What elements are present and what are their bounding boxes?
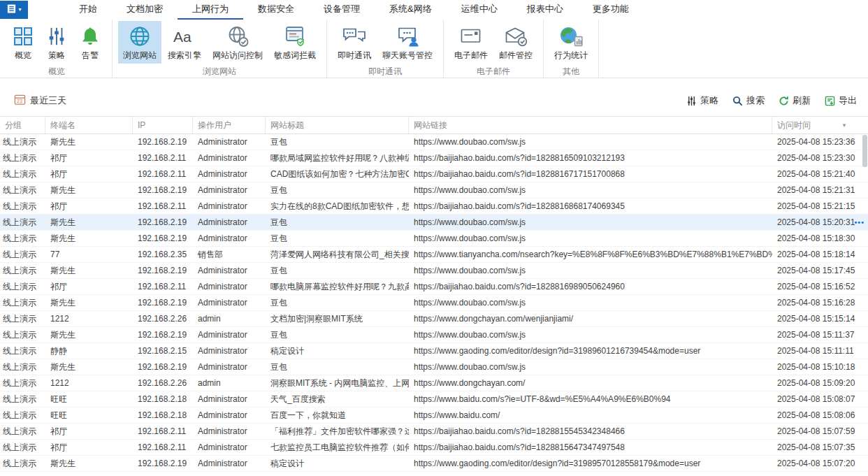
menu-item-3[interactable]: 上网行为 [178, 0, 243, 20]
table-row[interactable]: 线上演示祁厅192.168.2.11Administrator「福利推荐」文件加… [0, 424, 868, 440]
cell: 线上演示 [0, 327, 45, 342]
table-row[interactable]: 线上演示斯先生192.168.2.19Administrator豆包https:… [0, 134, 868, 150]
cell: 斯先生 [45, 359, 133, 375]
ribbon-button-globe-stats[interactable]: 行为统计 [549, 21, 593, 64]
table-row[interactable]: 线上演示斯先生192.168.2.19Administrator稿定设计http… [0, 456, 868, 472]
table-row[interactable]: 线上演示斯先生192.168.2.19Administrator豆包https:… [0, 359, 868, 375]
column-header-6[interactable]: 网站链接 [409, 117, 772, 134]
vertical-scrollbar[interactable] [862, 135, 867, 470]
table-row[interactable]: 线上演示祁厅192.168.2.11Administrator七款监控员工电脑监… [0, 440, 868, 456]
menu-item-4[interactable]: 数据安全 [243, 0, 309, 20]
cell: 旺旺 [45, 408, 133, 423]
cell: 线上演示 [0, 247, 45, 262]
cell: 豆包 [266, 359, 409, 375]
table-row[interactable]: 线上演示斯先生192.168.2.19Administrator豆包https:… [0, 327, 868, 343]
table-row[interactable]: 线上演示静静192.168.2.15Administrator稿定设计https… [0, 343, 868, 359]
action-label: 导出 [839, 94, 857, 107]
cell: 豆包 [266, 134, 409, 150]
ribbon-button-chat[interactable]: 即时通讯 [333, 21, 376, 64]
scrollbar-thumb[interactable] [862, 135, 867, 167]
date-range-label: 最近三天 [30, 94, 66, 107]
cell: 2025-04-08 15:17:45 [772, 263, 868, 278]
ribbon-button-globe[interactable]: 浏览网站 [118, 21, 161, 64]
cell: 192.168.2.19 [133, 456, 193, 471]
refresh-button[interactable]: 刷新 [779, 94, 811, 107]
cell: 线上演示 [0, 424, 45, 439]
table-row[interactable]: 线上演示1212192.168.2.26admin洞察眼MIT系统 - 内网电脑… [0, 375, 868, 391]
table-row[interactable]: 线上演示斯先生192.168.2.19Administrator豆包https:… [0, 182, 868, 199]
cell: 线上演示 [0, 311, 45, 326]
cell: 2025-04-08 15:21:31 [772, 182, 868, 198]
table-row[interactable]: 线上演示1212192.168.2.26admin文档加密|洞察眼MIT系统ht… [0, 311, 868, 327]
cell: 192.168.2.19 [133, 231, 193, 246]
cell: Administrator [193, 327, 266, 342]
table-row[interactable]: 线上演示斯先生192.168.2.19Administrator豆包https:… [0, 231, 868, 247]
column-header-1[interactable]: 分组 [0, 117, 45, 134]
cell: 线上演示 [0, 215, 45, 230]
ribbon-button-sliders[interactable]: 策略 [41, 21, 73, 64]
policy-button[interactable]: 策略 [686, 94, 718, 107]
ribbon-button-label: 电子邮件 [454, 50, 488, 62]
table-row[interactable]: 线上演示斯先生192.168.2.19Administrator豆包https:… [0, 295, 868, 311]
column-header-4[interactable]: 操作用户 [193, 117, 266, 134]
table-row[interactable]: 线上演示祁厅192.168.2.11Administrator实力在线的8款CA… [0, 199, 868, 215]
menu-item-7[interactable]: 运维中心 [447, 0, 512, 20]
ribbon-button-doc-shield[interactable]: 敏感词拦截 [269, 21, 321, 64]
ribbon-button-bell[interactable]: 告警 [74, 21, 106, 64]
menu-item-9[interactable]: 更多功能 [578, 0, 644, 20]
cell: 1212 [45, 375, 133, 391]
cell: 祁厅 [45, 150, 133, 166]
cell: 稿定设计 [266, 456, 409, 471]
table-body: 线上演示斯先生192.168.2.19Administrator豆包https:… [0, 134, 868, 472]
cell: 77 [45, 247, 133, 262]
cell: 192.168.2.18 [133, 408, 193, 423]
table-row[interactable]: 线上演示斯先生192.168.2.19Administrator豆包https:… [0, 215, 868, 231]
column-header-3[interactable]: IP [133, 117, 193, 134]
cell: https://www.doubao.com/sw.js [409, 215, 772, 230]
ribbon-button-mail[interactable]: 电子邮件 [449, 21, 493, 64]
table-row[interactable]: 线上演示斯先生192.168.2.19Administrator豆包https:… [0, 263, 868, 279]
ribbon-button-globe-check[interactable]: 网站访问控制 [208, 21, 268, 64]
ribbon-button-mail-check[interactable]: 邮件管控 [494, 21, 537, 64]
cell: 192.168.2.18 [133, 391, 193, 407]
export-button[interactable]: 导出 [825, 94, 857, 107]
table-row[interactable]: 线上演示旺旺192.168.2.18Administrator百度一下，你就知道… [0, 408, 868, 424]
cell: 2025-04-08 15:08:07 [772, 391, 868, 407]
cell: 192.168.2.11 [133, 440, 193, 455]
cell: https://baijiahao.baidu.com/s?id=1828816… [409, 166, 772, 182]
export-icon [825, 96, 835, 106]
column-header-label: IP [138, 120, 145, 130]
app-menu-button[interactable]: ▾ [0, 1, 28, 19]
cell: 线上演示 [0, 199, 45, 214]
table-row[interactable]: 线上演示77192.168.2.35销售部菏泽爱网人网络科技有限公司_相关搜索结… [0, 247, 868, 263]
ribbon-button-aa[interactable]: Aa搜索引擎 [163, 21, 206, 64]
main-menu: 开始文档加密上网行为数据安全设备管理系统&网络运维中心报表中心更多功能 [64, 0, 644, 20]
column-header-5[interactable]: 网站标题 [266, 117, 409, 134]
menu-item-5[interactable]: 设备管理 [309, 0, 375, 20]
menu-item-2[interactable]: 文档加密 [112, 0, 178, 20]
table-row[interactable]: 线上演示祁厅192.168.2.11Administrator哪款电脑屏幕监控软… [0, 279, 868, 295]
menu-item-8[interactable]: 报表中心 [512, 0, 578, 20]
table-row[interactable]: 线上演示祁厅192.168.2.11AdministratorCAD图纸该如何加… [0, 166, 868, 182]
cell: 线上演示 [0, 295, 45, 310]
action-label: 策略 [700, 94, 718, 107]
search-button[interactable]: 搜索 [732, 94, 765, 107]
ribbon-button-label: 聊天账号管控 [382, 50, 433, 62]
ribbon-button-label: 即时通讯 [338, 50, 371, 62]
menu-item-1[interactable]: 开始 [64, 0, 112, 20]
ribbon-button-grid[interactable]: 概览 [7, 21, 39, 64]
cell: 192.168.2.35 [133, 247, 193, 262]
column-header-2[interactable]: 终端名 [45, 117, 133, 134]
table-row[interactable]: 线上演示祁厅192.168.2.11Administrator哪款局域网监控软件… [0, 150, 868, 166]
date-range-filter[interactable]: 23 最近三天 [14, 94, 66, 108]
ribbon-button-chat-user[interactable]: 聊天账号管控 [377, 21, 437, 64]
cell: https://www.doubao.com/sw.js [409, 263, 772, 278]
cell: Administrator [193, 424, 266, 439]
table-row[interactable]: 线上演示旺旺192.168.2.18Administrator天气_百度搜索ht… [0, 391, 868, 408]
sort-caret-icon[interactable]: ▼ [841, 122, 847, 129]
menu-item-6[interactable]: 系统&网络 [375, 0, 447, 20]
cell: https://www.baidu.com/ [409, 408, 772, 423]
column-header-7[interactable]: 访问时间▼ [772, 117, 868, 134]
cell: 192.168.2.11 [133, 424, 193, 439]
cell: 2025-04-08 15:08:06 [772, 408, 868, 423]
